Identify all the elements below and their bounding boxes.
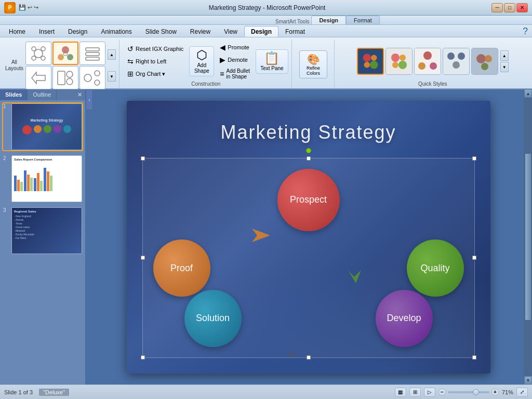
svg-point-34: [447, 52, 455, 60]
quick-style-1[interactable]: [357, 48, 384, 75]
quick-style-5[interactable]: [471, 48, 498, 75]
outline-tab[interactable]: Outline: [28, 89, 57, 100]
slide-preview-2: Sales Report Comparison: [11, 155, 82, 202]
demote-button[interactable]: ▶ Demote: [216, 54, 254, 65]
svg-marker-41: [252, 229, 270, 242]
svg-point-28: [398, 61, 407, 69]
quick-styles-grid: [357, 48, 498, 75]
slide-thumb-1[interactable]: 1 Marketing Strategy: [2, 102, 83, 151]
tab-smartart-format[interactable]: Format: [278, 26, 312, 37]
tab-home[interactable]: Home: [2, 26, 32, 37]
panel-tabs: Slides Outline ✕: [0, 89, 85, 100]
reset-icon: ↺: [127, 45, 134, 53]
normal-view-button[interactable]: ▦: [395, 388, 406, 397]
svg-point-20: [363, 54, 370, 62]
scroll-up-button[interactable]: ▲: [524, 89, 532, 98]
text-pane-button[interactable]: 📋 Text Pane: [256, 49, 288, 74]
layout-item-5[interactable]: [52, 66, 78, 89]
svg-point-27: [392, 62, 398, 68]
layout-item-6[interactable]: [79, 66, 105, 89]
zoom-slider: − +: [438, 389, 499, 396]
smartart-design-tab[interactable]: Design: [311, 16, 346, 24]
svg-point-17: [95, 71, 100, 76]
layout-grid: [25, 42, 105, 89]
quick-style-4[interactable]: [443, 48, 470, 75]
text-pane-label: Text Pane: [260, 65, 283, 71]
right-to-left-button[interactable]: ⇆ Right to Left: [124, 56, 187, 67]
slide-list: 1 Marketing Strategy: [0, 100, 85, 384]
scroll-down-button[interactable]: ▼: [524, 376, 532, 384]
slide-num-1: 1: [3, 103, 9, 109]
slideshow-view-button[interactable]: ▷: [424, 388, 435, 397]
tab-insert[interactable]: Insert: [32, 26, 61, 37]
slide-info: Slide 1 of 3: [4, 389, 33, 395]
svg-rect-19: [358, 49, 383, 74]
slide-thumb-3[interactable]: 3 Regional Sales - New England - Atlanta…: [2, 206, 83, 255]
refine-colors-icon: 🎨: [307, 53, 320, 65]
proof-circle[interactable]: Proof: [153, 240, 210, 297]
zoom-thumb: [473, 389, 479, 395]
quick-styles-scroll-expand[interactable]: ▼: [500, 62, 509, 72]
quick-style-3[interactable]: [414, 48, 441, 75]
scroll-track: [524, 98, 532, 376]
svg-point-23: [370, 61, 378, 69]
tab-smartart-design[interactable]: Design: [244, 26, 278, 37]
svg-point-35: [458, 52, 465, 60]
construction-left: ↺ Reset IGX Graphic ⇆ Right to Left ⊞ Or…: [124, 43, 187, 79]
help-icon[interactable]: ?: [518, 26, 532, 37]
smartart-container[interactable]: Prospect Proof Quality Develop Solution: [142, 158, 475, 358]
all-layouts-btn[interactable]: All Layouts: [5, 59, 23, 72]
ribbon-group-construction: ↺ Reset IGX Graphic ⇆ Right to Left ⊞ Or…: [121, 39, 292, 88]
quick-styles-scroll-up[interactable]: ▲: [500, 50, 509, 61]
layout-scroll-up[interactable]: ▲: [108, 49, 116, 60]
tab-slideshow[interactable]: Slide Show: [139, 26, 183, 37]
layout-scroll-down[interactable]: ▼: [108, 71, 116, 82]
add-bullet-button[interactable]: ≡ Add Bulletin Shape: [216, 66, 254, 81]
smartart-format-tab[interactable]: Format: [346, 16, 380, 24]
svg-point-14: [66, 71, 73, 77]
handle-tr: [472, 156, 476, 161]
slide-sorter-button[interactable]: ⊞: [409, 388, 421, 397]
solution-circle[interactable]: Solution: [184, 290, 242, 347]
zoom-plus-button[interactable]: +: [491, 389, 499, 396]
tab-view[interactable]: View: [217, 26, 244, 37]
rotate-handle[interactable]: [306, 148, 311, 153]
layout-item-1[interactable]: [25, 42, 51, 65]
svg-marker-44: [348, 270, 361, 283]
quality-circle[interactable]: Quality: [407, 240, 464, 297]
promote-button[interactable]: ◀ Promote: [216, 42, 254, 53]
panel-collapse-button[interactable]: ‹: [86, 89, 93, 110]
refine-colors-button[interactable]: 🎨 RefineColors: [299, 50, 327, 78]
tab-animations[interactable]: Animations: [94, 26, 138, 37]
prospect-circle[interactable]: Prospect: [277, 169, 340, 231]
slide-thumb-2[interactable]: 2 Sales Report Comparison: [2, 154, 83, 203]
svg-point-30: [423, 51, 432, 60]
layout-item-2[interactable]: [52, 42, 78, 65]
slide-canvas[interactable]: Marketing Strategy: [127, 101, 490, 374]
slides-tab[interactable]: Slides: [0, 89, 28, 100]
reset-igx-button[interactable]: ↺ Reset IGX Graphic: [124, 43, 187, 55]
construction-content: ↺ Reset IGX Graphic ⇆ Right to Left ⊞ Or…: [124, 42, 288, 81]
fit-window-button[interactable]: ⤢: [516, 388, 528, 397]
main-area: Slides Outline ✕ 1 Marketing Strategy: [0, 89, 532, 384]
org-chart-button[interactable]: ⊞ Org Chart ▾: [124, 68, 187, 79]
ribbon-group-quick-styles: ▲ ▼ Quick Styles: [336, 39, 530, 88]
layout-item-4[interactable]: [25, 66, 51, 89]
scroll-thumb[interactable]: [525, 153, 531, 321]
develop-circle[interactable]: Develop: [376, 290, 433, 347]
tab-review[interactable]: Review: [183, 26, 217, 37]
close-button[interactable]: ✕: [516, 3, 528, 12]
layout-item-3[interactable]: [79, 42, 105, 65]
zoom-minus-button[interactable]: −: [438, 389, 446, 396]
handle-bc: [307, 355, 311, 360]
theme-name[interactable]: "Deluxe": [39, 389, 69, 396]
add-shape-button[interactable]: ⬡ AddShape: [189, 46, 214, 76]
zoom-track[interactable]: [448, 391, 489, 393]
tab-design[interactable]: Design: [61, 26, 94, 37]
restore-button[interactable]: □: [504, 3, 515, 12]
panel-close-button[interactable]: ✕: [74, 89, 85, 100]
quick-style-2[interactable]: [385, 48, 413, 75]
minimize-button[interactable]: ─: [491, 3, 503, 12]
slide-title[interactable]: Marketing Strategy: [127, 122, 490, 143]
handle-mr: [472, 256, 476, 260]
